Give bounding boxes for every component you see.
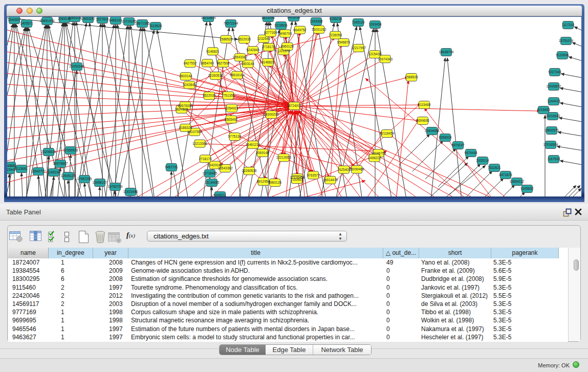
svg-text:16099488: 16099488 xyxy=(350,167,364,171)
table-row[interactable]: 1456911722003Disruption of a novel membe… xyxy=(8,300,568,308)
memory-ok-indicator[interactable] xyxy=(573,361,579,368)
table-scrollbar[interactable] xyxy=(568,248,580,341)
svg-text:8958924: 8958924 xyxy=(439,136,452,139)
column-header-year[interactable]: year xyxy=(93,248,128,258)
svg-text:9763572: 9763572 xyxy=(307,173,320,177)
svg-text:13942757: 13942757 xyxy=(31,169,46,173)
svg-text:1215438: 1215438 xyxy=(368,52,382,56)
network-canvas[interactable]: 1640557140557120691406206914010653281065… xyxy=(7,17,581,196)
table-row[interactable]: 946554611997Estimation of the future num… xyxy=(8,325,568,333)
svg-text:16958107: 16958107 xyxy=(93,181,107,184)
close-panel-icon[interactable] xyxy=(575,208,583,216)
cell: 5.3E-5 xyxy=(491,325,559,333)
column-header-title[interactable]: title xyxy=(128,248,383,258)
scrollbar-thumb[interactable] xyxy=(574,259,579,271)
svg-text:9827508: 9827508 xyxy=(175,107,188,111)
svg-text:11923446: 11923446 xyxy=(123,190,138,193)
cell: 1 xyxy=(49,333,93,341)
function-builder-icon[interactable]: f(x) xyxy=(126,231,135,239)
table-row[interactable]: 2242004622012Investigating the contribut… xyxy=(8,292,568,300)
delete-table-icon[interactable] xyxy=(107,230,122,244)
svg-text:9277169: 9277169 xyxy=(264,31,277,34)
svg-text:9775134: 9775134 xyxy=(228,135,242,138)
column-header-short[interactable]: short xyxy=(419,248,491,258)
node-table[interactable]: namein_degreeyeartitle△ out_de...shortpa… xyxy=(8,248,568,342)
svg-text:16543382: 16543382 xyxy=(218,166,233,170)
dropdown-arrows-icon: ▲▼ xyxy=(338,232,342,241)
table-row[interactable]: 977716911998Corpus callosum shape and si… xyxy=(8,308,568,316)
table-selector-dropdown[interactable]: citations_edges.txt ▲▼ xyxy=(147,231,347,242)
zoom-button[interactable] xyxy=(36,8,42,14)
svg-text:12213366: 12213366 xyxy=(192,142,207,145)
cell: Disruption of a novel member of a sodium… xyxy=(128,300,383,308)
show-column-icon[interactable] xyxy=(29,230,43,243)
svg-text:20691406: 20691406 xyxy=(40,19,55,23)
svg-text:9496793: 9496793 xyxy=(279,32,292,35)
tab-node-table[interactable]: Node Table xyxy=(220,345,266,355)
new-column-icon[interactable] xyxy=(77,230,90,244)
table-row[interactable]: 1830029562008Estimation of significance … xyxy=(8,275,568,283)
table-settings-icon[interactable] xyxy=(9,230,23,243)
cell: 1998 xyxy=(93,316,128,324)
table-row[interactable]: 1938455462009Genome-wide association stu… xyxy=(8,267,568,275)
table-row[interactable]: 1872400712008Changes of HCN gene express… xyxy=(8,258,568,267)
svg-text:16782759: 16782759 xyxy=(108,185,123,188)
column-header-in_degree[interactable]: in_degree xyxy=(49,248,93,258)
svg-text:29676085: 29676085 xyxy=(178,104,192,107)
cell: 1997 xyxy=(93,325,128,333)
cell: 19384554 xyxy=(8,267,49,275)
cell: 9777169 xyxy=(8,308,49,316)
tab-network-table[interactable]: Network Table xyxy=(313,345,371,355)
delete-column-icon[interactable] xyxy=(94,230,107,244)
table-row[interactable]: 946362711997Embryonic stem cells: a mode… xyxy=(8,333,568,341)
cell: 0 xyxy=(383,267,419,275)
svg-text:22260538: 22260538 xyxy=(208,74,223,77)
cell: 5.3E-5 xyxy=(491,308,559,316)
svg-text:30975867: 30975867 xyxy=(53,162,68,165)
svg-text:9115460: 9115460 xyxy=(418,103,431,106)
svg-text:12093872: 12093872 xyxy=(547,84,561,88)
close-button[interactable] xyxy=(16,8,23,14)
svg-text:16616164: 16616164 xyxy=(230,73,245,77)
svg-text:2935114: 2935114 xyxy=(476,159,489,162)
float-panel-icon[interactable] xyxy=(562,208,573,217)
svg-text:5242845: 5242845 xyxy=(183,83,196,86)
cell: 0 xyxy=(383,308,419,316)
cell: 2009 xyxy=(93,267,128,275)
cell: 5.6E-5 xyxy=(491,267,559,275)
column-header-out_de[interactable]: △ out_de... xyxy=(383,248,419,258)
svg-text:8215953: 8215953 xyxy=(537,108,550,112)
svg-text:7751355: 7751355 xyxy=(222,94,235,97)
svg-text:9457791: 9457791 xyxy=(165,165,178,169)
window-titlebar[interactable]: citations_edges.txt xyxy=(7,6,582,16)
table-header-row[interactable]: namein_degreeyeartitle△ out_de...shortpa… xyxy=(8,248,568,258)
cell: Genome-wide association studies in ADHD. xyxy=(128,267,383,275)
svg-text:1154398: 1154398 xyxy=(310,19,323,23)
cell: 0 xyxy=(383,283,419,292)
cell: 2 xyxy=(49,300,93,308)
cell: Tourette syndrome. Phenomenology and cla… xyxy=(128,283,383,292)
cell: 0 xyxy=(383,292,419,300)
svg-text:1145194: 1145194 xyxy=(48,170,60,174)
minimize-button[interactable] xyxy=(27,8,33,14)
cell: 0 xyxy=(383,300,419,308)
toggle-rows-icon[interactable] xyxy=(63,230,71,244)
cell: 5.5E-5 xyxy=(491,292,559,300)
cell: Changes of HCN gene expression and I(f) … xyxy=(128,258,383,267)
column-header-name[interactable]: name xyxy=(8,248,49,258)
select-columns-icon[interactable] xyxy=(47,230,59,244)
svg-text:10974343: 10974343 xyxy=(378,57,393,61)
tab-edge-table[interactable]: Edge Table xyxy=(266,345,313,355)
cell: 5.3E-5 xyxy=(491,258,559,267)
cell: 9465546 xyxy=(8,325,49,333)
column-header-pagerank[interactable]: pagerank xyxy=(491,248,559,258)
svg-text:16046758: 16046758 xyxy=(371,151,386,155)
table-row[interactable]: 969969511998Structural magnetic resonanc… xyxy=(8,316,568,324)
cell: Estimation of the future numbers of pati… xyxy=(128,325,383,333)
cell: 1 xyxy=(49,316,93,324)
cell: 49 xyxy=(383,258,419,267)
cell: 5.3E-5 xyxy=(491,333,559,341)
svg-text:7226058: 7226058 xyxy=(329,33,342,37)
table-row[interactable]: 911546021997Tourette syndrome. Phenomeno… xyxy=(8,283,568,292)
cell: 2008 xyxy=(93,258,128,267)
